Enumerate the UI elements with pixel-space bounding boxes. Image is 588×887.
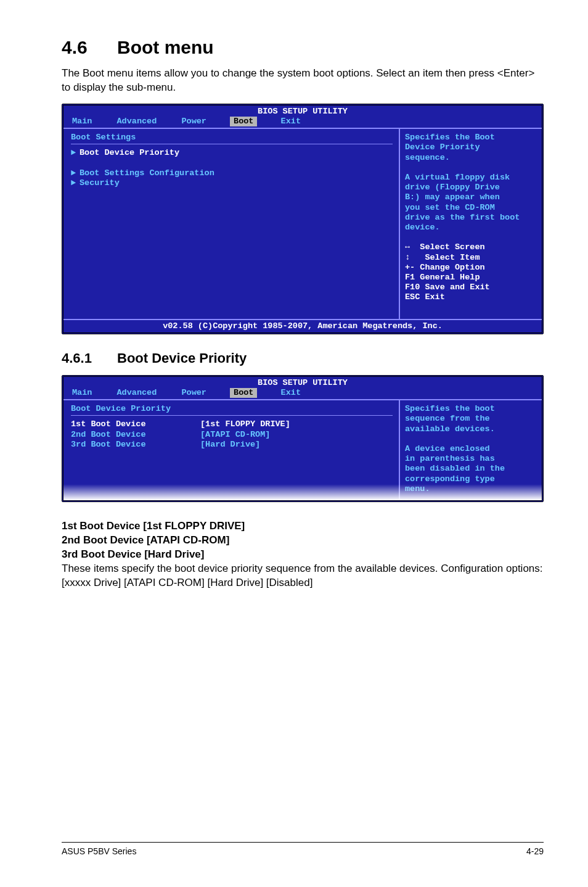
bios-title: BIOS SETUP UTILITY [63,377,542,388]
bios-left-pane: Boot Device Priority 1st Boot Device[1st… [63,399,400,500]
tab-power[interactable]: Power [180,117,208,126]
row-1st-boot-device[interactable]: 1st Boot Device[1st FLOPPY DRIVE] [71,419,393,429]
help-line: been disabled in the [405,464,537,474]
help-line: menu. [405,484,537,494]
row-label: 3rd Boot Device [71,440,200,450]
tab-advanced[interactable]: Advanced [116,117,158,126]
triangle-icon: ► [71,148,80,158]
bios-screen-boot-device-priority: BIOS SETUP UTILITY Main Advanced Power B… [62,375,544,502]
menu-label: Boot Settings Configuration [80,168,214,178]
tab-exit[interactable]: Exit [280,117,302,126]
legend-save-exit: F10 Save and Exit [405,283,537,292]
legend-general-help: F1 General Help [405,273,537,283]
page-footer: ASUS P5BV Series 4-29 [62,842,544,856]
legend-text: Select Item [425,253,480,262]
help-line: Specifies the Boot [405,133,537,142]
bios-screen-boot-settings: BIOS SETUP UTILITY Main Advanced Power B… [62,104,544,334]
section-heading: 4.6Boot menu [62,37,544,58]
arrows-ud-icon: ↕ [405,253,410,262]
help-line: sequence. [405,153,537,163]
menu-item-security[interactable]: ►Security [71,178,393,188]
option-2nd-boot: 2nd Boot Device [ATAPI CD-ROM] [62,534,544,548]
bios-right-pane: Specifies the boot sequence from the ava… [400,399,542,500]
help-line: available devices. [405,424,537,434]
tab-exit[interactable]: Exit [280,388,302,398]
help-line: A device enclosed [405,444,537,454]
footer-right: 4-29 [526,846,544,856]
help-line: drive as the first boot [405,213,537,223]
subsection-title: Boot Device Priority [117,350,247,366]
row-value: [Hard Drive] [200,440,260,449]
help-line: Specifies the boot [405,404,537,414]
divider [71,415,393,416]
section-number: 4.6 [62,37,117,58]
bios-tab-bar: Main Advanced Power Boot Exit [63,117,542,128]
tab-boot[interactable]: Boot [230,117,257,126]
footer-left: ASUS P5BV Series [62,846,136,856]
help-line: B:) may appear when [405,192,537,202]
divider [71,144,393,144]
bios-copyright: v02.58 (C)Copyright 1985-2007, American … [63,319,542,332]
help-line: in parenthesis has [405,454,537,464]
intro-paragraph: The Boot menu items allow you to change … [62,67,544,95]
legend-esc-exit: ESC Exit [405,292,537,302]
row-2nd-boot-device[interactable]: 2nd Boot Device[ATAPI CD-ROM] [71,430,393,440]
bios-title: BIOS SETUP UTILITY [63,105,542,117]
tab-advanced[interactable]: Advanced [116,388,158,398]
legend-select-screen: ↔ Select Screen [405,242,537,252]
tab-main[interactable]: Main [71,117,93,126]
row-label: 2nd Boot Device [71,430,200,440]
tab-boot[interactable]: Boot [230,388,257,398]
legend-text: Select Screen [420,242,484,252]
menu-label: Security [80,178,120,188]
row-value: [ATAPI CD-ROM] [200,430,270,439]
option-1st-boot: 1st Boot Device [1st FLOPPY DRIVE] [62,519,544,534]
boot-settings-heading: Boot Settings [71,133,393,142]
triangle-icon: ► [71,168,80,178]
row-3rd-boot-device[interactable]: 3rd Boot Device[Hard Drive] [71,440,393,450]
triangle-icon: ► [71,178,80,188]
help-line: sequence from the [405,414,537,424]
boot-device-priority-heading: Boot Device Priority [71,404,393,414]
help-line: corresponding type [405,474,537,484]
option-description: These items specify the boot device prio… [62,562,544,590]
bios-tab-bar: Main Advanced Power Boot Exit [63,388,542,399]
legend-select-item: ↕ Select Item [405,253,537,263]
bios-right-pane: Specifies the Boot Device Priority seque… [400,128,542,318]
row-value: [1st FLOPPY DRIVE] [200,419,290,429]
arrows-lr-icon: ↔ [405,242,410,252]
help-line: you set the CD-ROM [405,203,537,213]
legend-change-option: +- Change Option [405,263,537,273]
menu-label: Boot Device Priority [80,148,179,157]
tab-main[interactable]: Main [71,388,93,398]
menu-item-boot-device-priority[interactable]: ►Boot Device Priority [71,148,393,158]
help-line: A virtual floppy disk [405,173,537,183]
help-line: drive (Floppy Drive [405,183,537,192]
subsection-number: 4.6.1 [62,350,117,366]
bios-left-pane: Boot Settings ►Boot Device Priority ►Boo… [63,128,400,318]
help-line: Device Priority [405,142,537,152]
subsection-heading: 4.6.1Boot Device Priority [62,350,544,366]
section-title: Boot menu [117,37,214,57]
option-3rd-boot: 3rd Boot Device [Hard Drive] [62,548,544,562]
menu-item-boot-settings-configuration[interactable]: ►Boot Settings Configuration [71,168,393,178]
help-line: device. [405,223,537,233]
row-label: 1st Boot Device [71,419,200,429]
tab-power[interactable]: Power [180,388,208,398]
